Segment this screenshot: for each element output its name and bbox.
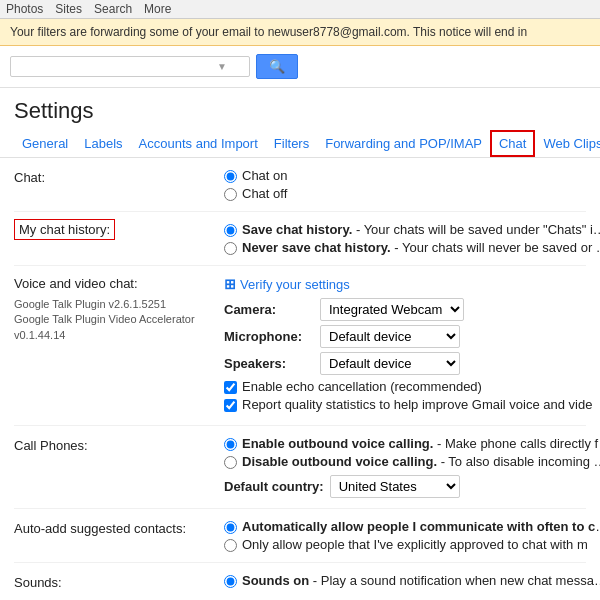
voice-video-row: Voice and video chat: Google Talk Plugin… [14,266,586,426]
speakers-label: Speakers: [224,356,314,371]
save-history-option[interactable]: Save chat history. - Your chats will be … [224,222,600,237]
echo-cancel-item: Enable echo cancellation (recommended) [224,379,592,394]
auto-add-label: Auto-add suggested contacts: [14,519,214,536]
chat-off-radio[interactable] [224,188,237,201]
topbar-more[interactable]: More [144,2,171,16]
page-title: Settings [0,88,600,130]
warning-banner: Your filters are forwarding some of your… [0,19,600,46]
country-row: Default country: United States [224,475,600,498]
call-phones-radio-group: Enable outbound voice calling. - Make ph… [224,436,600,469]
never-save-history-label: Never save chat history. - Your chats wi… [242,240,600,255]
speakers-select[interactable]: Default device [320,352,460,375]
chat-history-label: My chat history: [14,219,115,240]
tab-labels[interactable]: Labels [76,130,130,157]
tab-forwarding[interactable]: Forwarding and POP/IMAP [317,130,490,157]
call-phones-label: Call Phones: [14,436,214,453]
settings-content: Chat: Chat on Chat off My chat history: [0,158,600,600]
never-save-history-option[interactable]: Never save chat history. - Your chats wi… [224,240,600,255]
quality-stats-label: Report quality statistics to help improv… [242,397,592,412]
quality-stats-item: Report quality statistics to help improv… [224,397,592,412]
auto-add-row: Auto-add suggested contacts: Automatical… [14,509,586,563]
microphone-label: Microphone: [224,329,314,344]
sounds-radio-group: Sounds on - Play a sound notification wh… [224,573,600,588]
chat-radio-group: Chat on Chat off [224,168,586,201]
call-phones-row: Call Phones: Enable outbound voice calli… [14,426,586,509]
sounds-on-option[interactable]: Sounds on - Play a sound notification wh… [224,573,600,588]
search-button[interactable]: 🔍 [256,54,298,79]
search-input-wrap: ▼ [10,56,250,77]
auto-allow-option[interactable]: Automatically allow people I communicate… [224,519,600,534]
topbar-sites[interactable]: Sites [55,2,82,16]
never-save-history-radio[interactable] [224,242,237,255]
explicit-allow-option[interactable]: Only allow people that I've explicitly a… [224,537,600,552]
voice-video-control: ⊞ Verify your settings Camera: Integrate… [224,276,592,415]
microphone-select[interactable]: Default device [320,325,460,348]
auto-allow-label: Automatically allow people I communicate… [242,519,600,534]
tab-chat[interactable]: Chat [490,130,535,157]
save-history-label: Save chat history. - Your chats will be … [242,222,600,237]
plus-icon: ⊞ [224,276,236,292]
call-phones-control: Enable outbound voice calling. - Make ph… [224,436,600,498]
chat-on-option[interactable]: Chat on [224,168,586,183]
verify-settings-label: Verify your settings [240,277,350,292]
auto-add-control: Automatically allow people I communicate… [224,519,600,552]
disable-calling-label: Disable outbound voice calling. - To als… [242,454,600,469]
chat-on-label: Chat on [242,168,288,183]
camera-row: Camera: Integrated Webcam [224,298,592,321]
chat-history-radio-group: Save chat history. - Your chats will be … [224,222,600,255]
voice-video-label: Voice and video chat: [14,276,214,291]
chat-off-label: Chat off [242,186,287,201]
chat-history-row: My chat history: Save chat history. - Yo… [14,212,586,266]
auto-add-radio-group: Automatically allow people I communicate… [224,519,600,552]
explicit-allow-label: Only allow people that I've explicitly a… [242,537,588,552]
tab-filters[interactable]: Filters [266,130,317,157]
topbar-search[interactable]: Search [94,2,132,16]
chat-label: Chat: [14,168,214,185]
chat-history-label-wrap: My chat history: [14,222,214,237]
country-select[interactable]: United States [330,475,460,498]
quality-stats-checkbox[interactable] [224,399,237,412]
sounds-row: Sounds: Sounds on - Play a sound notific… [14,563,586,600]
enable-calling-label: Enable outbound voice calling. - Make ph… [242,436,600,451]
plugin-line-2: Google Talk Plugin Video Accelerator v0.… [14,312,214,343]
explicit-allow-radio[interactable] [224,539,237,552]
warning-text: Your filters are forwarding some of your… [10,25,527,39]
chat-off-option[interactable]: Chat off [224,186,586,201]
speakers-row: Speakers: Default device [224,352,592,375]
chat-control: Chat on Chat off [224,168,586,201]
auto-allow-radio[interactable] [224,521,237,534]
tab-webclips[interactable]: Web Clips [535,130,600,157]
microphone-row: Microphone: Default device [224,325,592,348]
echo-cancel-label: Enable echo cancellation (recommended) [242,379,482,394]
chat-on-radio[interactable] [224,170,237,183]
echo-cancel-checkbox[interactable] [224,381,237,394]
sounds-label: Sounds: [14,573,214,590]
top-bar: Photos Sites Search More [0,0,600,19]
chat-setting-row: Chat: Chat on Chat off [14,158,586,212]
tab-general[interactable]: General [14,130,76,157]
search-input[interactable] [17,59,217,74]
camera-select[interactable]: Integrated Webcam [320,298,464,321]
enable-calling-option[interactable]: Enable outbound voice calling. - Make ph… [224,436,600,451]
plugin-line-1: Google Talk Plugin v2.6.1.5251 [14,297,214,312]
tab-accounts-import[interactable]: Accounts and Import [131,130,266,157]
settings-tabs: General Labels Accounts and Import Filte… [0,130,600,158]
camera-label: Camera: [224,302,314,317]
enable-calling-radio[interactable] [224,438,237,451]
chat-history-control: Save chat history. - Your chats will be … [224,222,600,255]
topbar-photos[interactable]: Photos [6,2,43,16]
sounds-control: Sounds on - Play a sound notification wh… [224,573,600,588]
search-bar: ▼ 🔍 [0,46,600,88]
disable-calling-option[interactable]: Disable outbound voice calling. - To als… [224,454,600,469]
sounds-on-label: Sounds on - Play a sound notification wh… [242,573,600,588]
sounds-on-radio[interactable] [224,575,237,588]
disable-calling-radio[interactable] [224,456,237,469]
save-history-radio[interactable] [224,224,237,237]
verify-settings-link[interactable]: ⊞ Verify your settings [224,276,592,292]
search-dropdown-arrow[interactable]: ▼ [217,61,227,72]
voice-video-label-wrap: Voice and video chat: Google Talk Plugin… [14,276,214,343]
country-label: Default country: [224,479,324,494]
